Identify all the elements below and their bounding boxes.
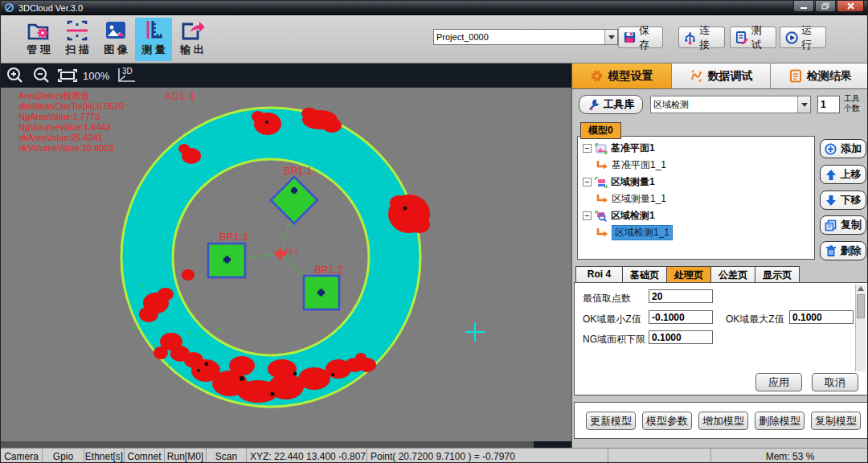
save-button[interactable]: 保存 xyxy=(618,27,663,48)
svg-text:BP1.1: BP1.1 xyxy=(284,165,312,177)
tree-node-area-detect[interactable]: 区域检测1 xyxy=(579,207,813,224)
fit-view-icon[interactable] xyxy=(54,65,81,86)
svg-text:okVolumeValue:20.8003: okVolumeValue:20.8003 xyxy=(18,143,113,153)
tree-child-base-plane[interactable]: 基准平面1_1 xyxy=(579,157,813,174)
move-up-button[interactable]: 上移 xyxy=(820,165,866,184)
arrow-down-icon xyxy=(825,195,837,207)
gear-icon xyxy=(590,69,604,83)
connect-button[interactable]: 连接 xyxy=(678,27,725,48)
test-checklist-icon xyxy=(735,31,748,45)
status-run-mode[interactable]: Run[M0] xyxy=(165,449,207,463)
window-title: 3DCloud Ver.3.0 xyxy=(18,3,83,13)
form-scrollbar[interactable] xyxy=(855,285,866,371)
tool-type-input[interactable] xyxy=(651,96,797,113)
collapse-icon[interactable] xyxy=(583,178,592,186)
output-label: 输 出 xyxy=(180,43,204,57)
tree-node-area-measure[interactable]: 区域测量1 xyxy=(579,174,813,191)
title-bar[interactable]: 3DCloud Ver.3.0 xyxy=(1,1,868,15)
measure-label: 测 量 xyxy=(141,43,166,57)
ng-area-limit-input[interactable] xyxy=(649,330,713,344)
tool-type-dropdown-arrow[interactable] xyxy=(797,96,810,113)
tree-node-base-plane[interactable]: 基准平面1 xyxy=(579,140,813,157)
zoom-out-icon[interactable] xyxy=(28,65,54,86)
output-export-icon xyxy=(180,19,204,42)
collapse-icon[interactable] xyxy=(583,144,592,153)
measure-button[interactable]: 测 量 xyxy=(135,18,172,61)
minimize-button[interactable] xyxy=(793,1,814,12)
usb-connect-icon xyxy=(684,31,696,45)
status-memory: Mem: 53 % xyxy=(711,449,868,463)
settings-panel: 模型设置 数据调试 检测结果 xyxy=(571,64,868,448)
svg-text:3D: 3D xyxy=(122,67,133,76)
viewport-toolbar: 100% 3D xyxy=(1,64,571,88)
collapse-icon[interactable] xyxy=(583,211,592,220)
output-button[interactable]: 输 出 xyxy=(174,18,211,61)
close-button[interactable] xyxy=(837,1,864,12)
svg-text:okAreaValue:25.4241: okAreaValue:25.4241 xyxy=(18,133,103,142)
point-cloud-canvas[interactable]: BP1.1 BP1.3 BP1.2 P1.1 xyxy=(1,88,571,441)
svg-text:AreaDetect检测值: AreaDetect检测值 xyxy=(18,91,89,100)
area-measure-icon xyxy=(595,177,608,188)
status-ethnet[interactable]: Ethnet[s] xyxy=(84,449,125,463)
model-buttons-bar: 更新模型 模型参数 增加模型 删除模型 复制模型 xyxy=(574,402,868,439)
add-button[interactable]: 添加 xyxy=(820,139,866,158)
status-scan[interactable]: Scan xyxy=(207,449,247,463)
project-name-input[interactable] xyxy=(434,30,604,44)
run-play-icon xyxy=(785,31,798,45)
plus-circle-icon xyxy=(825,143,837,155)
svg-text:P1.1: P1.1 xyxy=(285,248,299,255)
project-combobox[interactable] xyxy=(433,29,618,45)
tree-child-area-measure[interactable]: 区域测量1_1 xyxy=(579,191,813,207)
move-down-button[interactable]: 下移 xyxy=(820,191,866,210)
connect-label: 连接 xyxy=(699,23,719,52)
trash-icon xyxy=(825,245,837,257)
add-model-button[interactable]: 增加模型 xyxy=(698,412,748,430)
measure-ruler-icon xyxy=(141,19,166,42)
zoom-in-icon[interactable] xyxy=(1,65,28,86)
restore-button[interactable] xyxy=(815,1,836,12)
delete-model-button[interactable]: 删除模型 xyxy=(755,412,805,430)
model-tree[interactable]: 基准平面1 基准平面1_1 区域测量1 xyxy=(577,136,815,260)
tool-count-input[interactable] xyxy=(817,96,840,113)
status-gpio[interactable]: Gpio xyxy=(43,449,84,463)
main-toolbar: 管 理 扫 描 图 像 xyxy=(1,15,868,64)
region-label: AD1.1 xyxy=(165,91,195,102)
manage-folder-icon xyxy=(27,19,51,42)
svg-text:BP1.2: BP1.2 xyxy=(314,264,342,276)
image-button[interactable]: 图 像 xyxy=(97,18,134,61)
svg-text:distMeanCterTol(H):0.0520: distMeanCterTol(H):0.0520 xyxy=(18,101,124,111)
ok-min-z-input[interactable] xyxy=(649,310,713,324)
status-comnet[interactable]: Comnet xyxy=(125,449,165,463)
area-detect-icon xyxy=(595,211,608,222)
scan-button[interactable]: 扫 描 xyxy=(59,18,96,61)
model-tab[interactable]: 模型0 xyxy=(580,122,621,139)
branch-arrow-icon xyxy=(596,160,608,170)
copy-button[interactable]: 复制 xyxy=(820,215,866,235)
model-params-button[interactable]: 模型参数 xyxy=(642,412,692,430)
project-dropdown-arrow[interactable] xyxy=(604,30,617,44)
max-points-input[interactable] xyxy=(649,289,713,303)
tab-detect-results[interactable]: 检测结果 xyxy=(771,64,868,88)
view-3d-icon[interactable]: 3D xyxy=(113,65,140,86)
tree-child-area-detect-selected[interactable]: 区域检测1_1 xyxy=(579,224,813,241)
manage-button[interactable]: 管 理 xyxy=(20,18,57,61)
cancel-button[interactable]: 取消 xyxy=(812,373,858,391)
save-floppy-icon xyxy=(624,31,636,44)
status-xyz: XYZ: 22.440 13.400 -0.807 xyxy=(247,449,367,463)
tab-model-settings[interactable]: 模型设置 xyxy=(572,64,672,88)
tool-library-button[interactable]: 工具库 xyxy=(579,95,643,114)
tab-data-debug[interactable]: 数据调试 xyxy=(672,64,772,88)
ok-max-z-input[interactable] xyxy=(789,310,854,324)
max-points-label: 最值取点数 xyxy=(583,292,631,305)
tool-row: 工具库 工具 个数 xyxy=(572,92,868,117)
ok-min-z-label: OK域最小Z值 xyxy=(583,313,641,326)
test-button[interactable]: 测试 xyxy=(730,27,776,48)
delete-button[interactable]: 删除 xyxy=(820,241,866,260)
run-button[interactable]: 运行 xyxy=(780,27,826,48)
status-camera[interactable]: Camera xyxy=(1,449,43,463)
tool-type-combobox[interactable] xyxy=(650,96,811,113)
update-model-button[interactable]: 更新模型 xyxy=(586,412,636,430)
apply-button[interactable]: 应用 xyxy=(755,373,802,391)
process-page-form: 最值取点数 OK域最小Z值 OK域最大Z值 NG域面积下限 应用 取消 xyxy=(574,282,868,395)
copy-model-button[interactable]: 复制模型 xyxy=(811,412,861,430)
